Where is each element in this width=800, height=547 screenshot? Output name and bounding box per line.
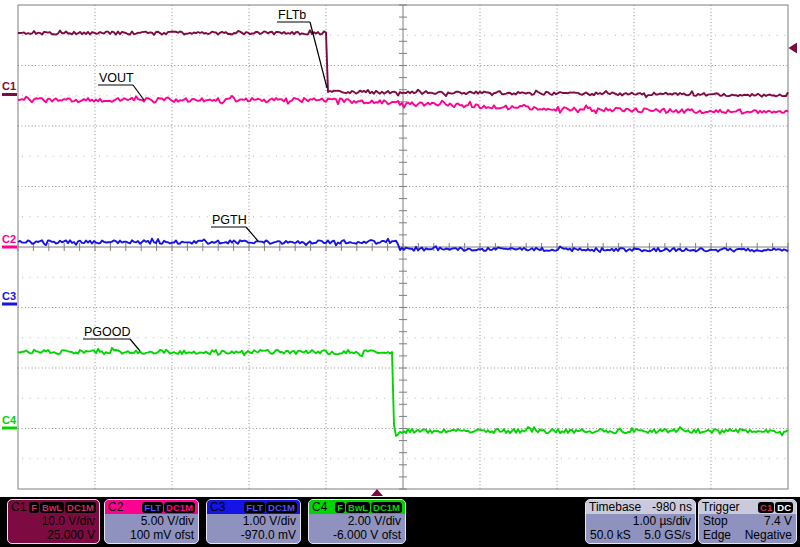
channel-box-c2[interactable]: C2 FLTDC1M 5.00 V/div 100 mV ofst: [104, 499, 199, 544]
channel-box-c2-header: C2 FLTDC1M: [105, 500, 198, 514]
svg-text:FLTb: FLTb: [278, 8, 306, 22]
trigger-mode: Stop: [703, 514, 728, 528]
timebase-per-div: 1.00 µs/div: [586, 514, 695, 528]
trigger-slope: Negative: [745, 528, 792, 542]
timebase-sampling-row: 50.0 kS 5.0 GS/s: [586, 528, 695, 542]
badge-f: F: [335, 502, 345, 513]
trigger-type: Edge: [703, 528, 731, 542]
timebase-samples: 50.0 kS: [590, 528, 631, 542]
timebase-rate: 5.0 GS/s: [644, 528, 691, 542]
badge-f: F: [29, 502, 39, 513]
timebase-title: Timebase: [589, 501, 641, 514]
svg-text:C3: C3: [2, 290, 16, 302]
channel-marker-c4[interactable]: C4: [2, 414, 17, 430]
badge-dc1m: DC1M: [164, 502, 195, 513]
svg-text:PGTH: PGTH: [212, 213, 247, 227]
channel-marker-c3[interactable]: C3: [2, 290, 17, 306]
badge-bwl: BwL: [346, 502, 370, 513]
channel-c1-vdiv: 10.0 V/div: [8, 514, 99, 528]
svg-text:VOUT: VOUT: [99, 71, 134, 85]
badge-dc1m: DC1M: [266, 502, 297, 513]
channel-c3-vdiv: 1.00 V/div: [207, 514, 300, 528]
badge-flt: FLT: [244, 502, 265, 513]
channel-box-c3[interactable]: C3 FLTDC1M 1.00 V/div -970.0 mV: [206, 499, 301, 544]
channel-box-c1-header: C1 FBwLDC1M: [8, 500, 99, 514]
trigger-mode-row: Stop 7.4 V: [699, 514, 796, 528]
svg-text:C4: C4: [2, 414, 17, 426]
channel-c1-offset: 25.000 V: [8, 528, 99, 542]
trigger-badges: C1DC: [758, 502, 793, 513]
channel-box-c4-header: C4 FBwLDC1M: [309, 500, 405, 514]
channel-box-c1[interactable]: C1 FBwLDC1M 10.0 V/div 25.000 V: [7, 499, 100, 544]
channel-label-c4: C4: [312, 501, 327, 514]
channel-c2-badges: FLTDC1M: [142, 502, 195, 513]
trigger-box[interactable]: Trigger C1DC Stop 7.4 V Edge Negative: [698, 499, 797, 544]
trigger-level: 7.4 V: [764, 514, 792, 528]
channel-label-c2: C2: [108, 501, 123, 514]
badge-c1: C1: [758, 502, 774, 513]
trigger-level-marker[interactable]: [789, 43, 798, 54]
channel-c4-vdiv: 2.00 V/div: [309, 514, 405, 528]
channel-c4-offset: -6.000 V ofst: [309, 528, 405, 542]
channel-c3-offset: -970.0 mV: [207, 528, 300, 542]
timebase-delay: -980 ns: [652, 501, 692, 514]
svg-text:PGOOD: PGOOD: [84, 325, 131, 339]
svg-text:C1: C1: [2, 80, 16, 92]
trigger-header: Trigger C1DC: [699, 500, 796, 514]
channel-c2-vdiv: 5.00 V/div: [105, 514, 198, 528]
badge-dc: DC: [775, 502, 793, 513]
badge-flt: FLT: [142, 502, 163, 513]
timebase-header: Timebase -980 ns: [586, 500, 695, 514]
trace-label-fltb: FLTb: [277, 8, 327, 88]
channel-c4-badges: FBwLDC1M: [335, 502, 402, 513]
status-bar: C1 FBwLDC1M 10.0 V/div 25.000 V C2 FLTDC…: [0, 497, 800, 547]
trace-label-vout: VOUT: [98, 71, 144, 100]
timebase-box[interactable]: Timebase -980 ns 1.00 µs/div 50.0 kS 5.0…: [585, 499, 696, 544]
channel-label-c1: C1: [11, 501, 26, 514]
badge-dc1m: DC1M: [371, 502, 402, 513]
trigger-title: Trigger: [702, 501, 740, 514]
channel-c2-offset: 100 mV ofst: [105, 528, 198, 542]
badge-dc1m: DC1M: [65, 502, 96, 513]
trace-label-pgth: PGTH: [211, 213, 258, 241]
trigger-type-row: Edge Negative: [699, 528, 796, 542]
waveform-display[interactable]: C1C2C3C4FLTbVOUTPGTHPGOOD: [0, 0, 800, 497]
trigger-time-marker[interactable]: [371, 489, 383, 496]
channel-marker-c1[interactable]: C1: [2, 80, 17, 96]
svg-text:C2: C2: [2, 233, 16, 245]
channel-marker-c2[interactable]: C2: [2, 233, 17, 249]
channel-c3-badges: FLTDC1M: [244, 502, 297, 513]
oscilloscope-screen: C1C2C3C4FLTbVOUTPGTHPGOOD C1 FBwLDC1M 10…: [0, 0, 800, 547]
channel-box-c3-header: C3 FLTDC1M: [207, 500, 300, 514]
channel-label-c3: C3: [210, 501, 225, 514]
channel-box-c4[interactable]: C4 FBwLDC1M 2.00 V/div -6.000 V ofst: [308, 499, 406, 544]
channel-c1-badges: FBwLDC1M: [29, 502, 96, 513]
badge-bwl: BwL: [40, 502, 64, 513]
